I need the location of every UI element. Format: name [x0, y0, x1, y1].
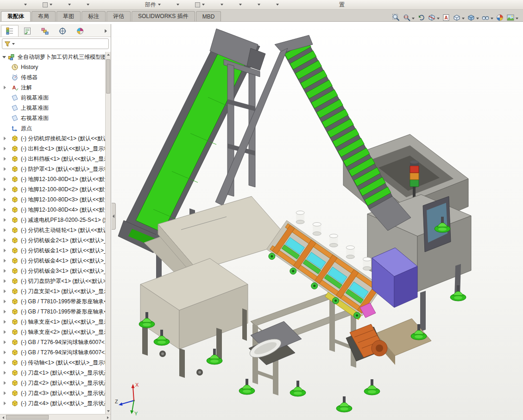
expand-arrow-icon[interactable] — [4, 381, 6, 385]
apply-scene-button[interactable] — [505, 13, 519, 24]
annotation-view-button[interactable]: A — [441, 13, 451, 24]
zoom-to-fit-button[interactable] — [391, 13, 401, 24]
panel-expand-button[interactable] — [101, 26, 110, 36]
suction-foot[interactable] — [336, 396, 352, 412]
tree-item[interactable]: (-) GB / T276-94深沟球轴承6007<2> (默认<<默认>_显示… — [0, 347, 105, 357]
expand-arrow-icon[interactable] — [4, 340, 6, 344]
tab-布局[interactable]: 布局 — [32, 11, 56, 21]
tree-item[interactable]: (-) 刀盘<1> (默认<<默认>_显示状态 1>) — [0, 368, 105, 378]
tree-item[interactable]: History — [0, 62, 105, 72]
tab-评估[interactable]: 评估 — [107, 11, 131, 21]
suction-foot[interactable] — [239, 379, 255, 395]
tree-item[interactable]: (-) 轴承支座<2> (默认<<默认>_显示状态 1>) — [0, 327, 105, 337]
graphics-viewport[interactable]: X Z Y — [112, 24, 523, 420]
expand-arrow-icon[interactable] — [4, 147, 6, 150]
featuremanager-tab[interactable] — [1, 25, 19, 37]
toolbar-dropdown-1[interactable] — [24, 0, 27, 9]
scroll-down-arrow[interactable] — [106, 408, 111, 414]
toolbar-dropdown-10[interactable] — [276, 0, 279, 9]
tree-filter-input[interactable] — [2, 38, 109, 49]
tree-item[interactable]: 传感器 — [0, 72, 105, 82]
expand-arrow-icon[interactable] — [2, 56, 6, 58]
expand-arrow-icon[interactable] — [4, 401, 6, 405]
tree-item[interactable]: (-) 分切机钣金3<1> (默认<<默认>_显示状态 1>) — [0, 266, 105, 276]
toolbar-dropdown-3[interactable] — [68, 0, 71, 9]
tree-item[interactable]: (-) GB / T276-94深沟球轴承6007<1> (默认<<默认>_显示… — [0, 337, 105, 347]
slicing-unit[interactable] — [267, 211, 383, 320]
suction-foot[interactable] — [364, 379, 380, 395]
toolbar-dropdown-2[interactable] — [43, 0, 52, 9]
tree-item[interactable]: (-) 刀盘<2> (默认<<默认>_显示状态 1>) — [0, 378, 105, 388]
tree-item[interactable]: (-) 地脚12-100-80D<4> (默认<<默认>_显示状态 1>) — [0, 205, 105, 215]
vertical-scroll-thumb[interactable] — [106, 59, 110, 94]
tree-item[interactable]: (-) 分切机焊接机架<1> (默认<<默认>_显示状态 1>) — [0, 133, 105, 144]
expand-arrow-icon[interactable] — [4, 259, 6, 263]
view-orientation-button[interactable] — [452, 13, 466, 24]
dropdown-caret-icon[interactable] — [491, 18, 493, 19]
toolbar-dropdown-8[interactable] — [239, 0, 242, 9]
dropdown-caret-icon[interactable] — [412, 18, 415, 19]
tab-SOLIDWORKS 插件[interactable]: SOLIDWORKS 插件 — [132, 11, 195, 21]
toolbar-dropdown-6[interactable] — [195, 0, 205, 9]
expand-arrow-icon[interactable] — [4, 228, 6, 232]
tree-item[interactable]: (-) 地脚12-100-80D<3> (默认<<默认>_显示状态 1>) — [0, 194, 105, 205]
tree-item[interactable]: (-) 刀盘支架<1> (默认<<默认>_显示状态 1>) — [0, 286, 105, 296]
model-carrot-slicer[interactable] — [118, 29, 471, 412]
expand-arrow-icon[interactable] — [4, 198, 6, 201]
hide-show-items-button[interactable] — [480, 13, 494, 24]
tab-草图[interactable]: 草图 — [57, 11, 81, 21]
expand-arrow-icon[interactable] — [4, 320, 6, 324]
tree-item[interactable]: (-) 分切机主动链轮<1> (默认<<默认>_显示状态 1>) — [0, 225, 105, 235]
propertymanager-tab[interactable] — [19, 25, 36, 37]
tree-item[interactable]: (-) 分切机钣金1<1> (默认<<默认>_显示状态 1>) — [0, 245, 105, 256]
tab-MBD[interactable]: MBD — [196, 11, 221, 21]
tree-item[interactable]: A注解 — [0, 82, 105, 93]
tree-item[interactable]: (-) 减速电机PF18-0200-25-S<1> (默认<<默认>_显示状态 … — [0, 215, 105, 225]
display-style-button[interactable] — [466, 13, 480, 24]
expand-arrow-icon[interactable] — [4, 218, 6, 222]
tree-item[interactable]: (-) 刀盘<3> (默认<<默认>_显示状态 1>) — [0, 388, 105, 398]
suction-foot[interactable] — [290, 381, 306, 396]
tree-vertical-scrollbar[interactable] — [105, 52, 111, 414]
tree-item[interactable]: (-) 分切机钣金2<1> (默认<<默认>_显示状态 1>) — [0, 235, 105, 245]
dimxpert-tab[interactable] — [54, 25, 71, 37]
previous-view-button[interactable] — [416, 13, 426, 24]
tree-item[interactable]: (-) 切刀盘防护罩<1> (默认<<默认>_显示状态 1>) — [0, 276, 105, 286]
tab-标注[interactable]: 标注 — [82, 11, 106, 21]
dropdown-caret-icon[interactable] — [516, 18, 518, 19]
expand-arrow-icon[interactable] — [4, 188, 6, 191]
displaymanager-tab[interactable] — [71, 25, 89, 37]
expand-arrow-icon[interactable] — [4, 238, 6, 242]
edit-appearance-button[interactable] — [495, 13, 505, 24]
toolbar-dropdown-4[interactable] — [87, 0, 89, 9]
tree-item[interactable]: (-) 地脚12-100-80D<1> (默认<<默认>_显示状态 1>) — [0, 174, 105, 184]
expand-arrow-icon[interactable] — [4, 157, 6, 161]
tree-item[interactable]: (-) 防护罩<1> (默认<<默认>_显示状态 1>) — [0, 164, 105, 174]
tree-item[interactable]: (-) 刀盘<4> (默认<<默认>_显示状态 1>) — [0, 398, 105, 408]
expand-arrow-icon[interactable] — [4, 289, 6, 293]
expand-arrow-icon[interactable] — [4, 137, 6, 140]
3d-model-scene[interactable] — [112, 24, 523, 420]
expand-arrow-icon[interactable] — [4, 361, 6, 364]
component-toolbar-group[interactable]: 部件 — [145, 0, 161, 9]
tree-item[interactable]: (-) GB / T7810-1995带菱形座轴承<2> (默认<<默认>_显示… — [0, 307, 105, 317]
tree-item[interactable]: 上视基准面 — [0, 103, 105, 113]
tree-item[interactable]: (-) 出料挡板<1> (默认<<默认>_显示状态 1>) — [0, 154, 105, 164]
configurationmanager-tab[interactable] — [36, 25, 54, 37]
expand-arrow-icon[interactable] — [4, 177, 6, 181]
expand-arrow-icon[interactable] — [4, 351, 6, 354]
expand-arrow-icon[interactable] — [4, 269, 6, 273]
dropdown-caret-icon[interactable] — [462, 18, 465, 19]
expand-arrow-icon[interactable] — [4, 249, 6, 252]
suction-foot[interactable] — [450, 285, 466, 301]
expand-arrow-icon[interactable] — [4, 208, 6, 212]
panel-collapse-handle[interactable] — [112, 203, 116, 230]
expand-arrow-icon[interactable] — [4, 371, 6, 375]
toolbar-dropdown-5[interactable] — [176, 0, 179, 9]
tree-item[interactable]: 右视基准面 — [0, 113, 105, 123]
expand-arrow-icon[interactable] — [4, 391, 6, 395]
tree-item[interactable]: (-) 地脚12-100-80D<2> (默认<<默认>_显示状态 1>) — [0, 184, 105, 194]
toolbar-dropdown-9[interactable] — [258, 0, 260, 9]
tree-item[interactable]: (-) 出料盒<1> (默认<<默认>_显示状态 1>) — [0, 144, 105, 154]
scroll-left-arrow[interactable] — [0, 414, 6, 420]
